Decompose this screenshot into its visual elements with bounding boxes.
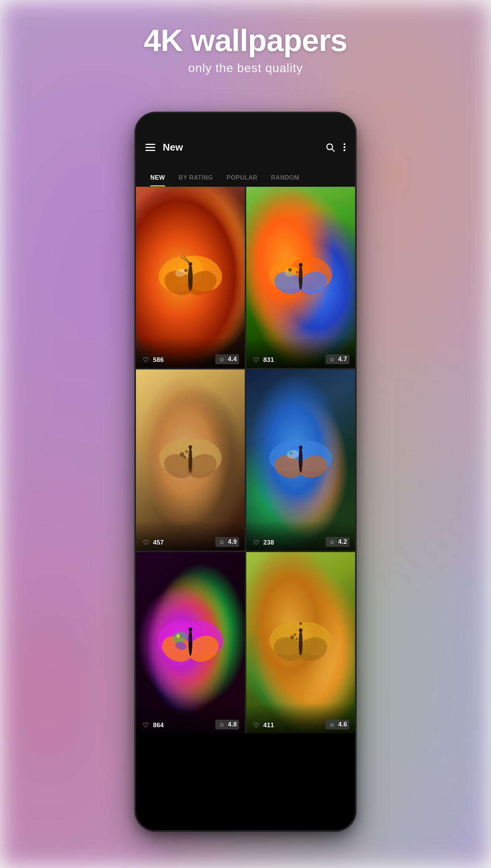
butterfly-decoration-2 [262, 214, 339, 341]
svg-point-42 [175, 615, 228, 661]
svg-point-14 [184, 269, 187, 272]
svg-point-51 [286, 617, 336, 660]
wallpaper-item-4[interactable]: ♡ 238 ☆ 4.2 [246, 369, 355, 551]
svg-point-7 [160, 266, 198, 300]
svg-point-26 [161, 450, 197, 482]
svg-point-54 [290, 636, 294, 639]
svg-point-45 [188, 629, 192, 656]
star-icon-3: ☆ [218, 538, 226, 546]
svg-point-30 [183, 456, 186, 459]
like-count-4: 238 [263, 539, 274, 546]
butterfly-decoration-1 [152, 214, 229, 341]
svg-point-16 [287, 252, 336, 294]
app-bar-right [325, 142, 346, 152]
svg-point-19 [299, 265, 303, 290]
rating-6: ☆ 4.6 [326, 720, 349, 729]
wallpaper-item-5[interactable]: ♡ 864 ☆ 4.8 [136, 552, 245, 733]
heart-icon-1: ♡ [142, 356, 150, 364]
phone-frame: New [136, 113, 355, 830]
item-overlay-1: ♡ 586 ☆ 4.4 [136, 338, 245, 368]
svg-point-2 [344, 143, 346, 145]
svg-point-22 [288, 268, 292, 272]
svg-point-33 [266, 437, 313, 476]
rating-3: ☆ 4.9 [215, 537, 239, 547]
svg-line-12 [184, 255, 190, 264]
wallpaper-item-3[interactable]: ♡ 457 ☆ 4.9 [136, 369, 245, 551]
svg-point-47 [171, 630, 189, 645]
item-overlay-6: ♡ 411 ☆ 4.6 [246, 703, 355, 733]
main-title: 4K wallpapers [0, 23, 491, 58]
star-icon-6: ☆ [328, 720, 336, 729]
svg-point-32 [188, 445, 192, 449]
star-icon-2: ☆ [328, 355, 336, 363]
more-options-icon[interactable] [343, 142, 346, 152]
svg-point-20 [299, 263, 303, 267]
like-count-5: 864 [153, 722, 164, 729]
wallpaper-item-6[interactable]: ♡ 411 ☆ 4.6 [246, 552, 355, 733]
hamburger-icon[interactable] [145, 144, 155, 151]
svg-point-29 [185, 450, 188, 453]
tab-new[interactable]: NEW [144, 174, 172, 186]
svg-point-40 [290, 452, 293, 455]
wallpaper-item-2[interactable]: ♡ 831 ☆ 4.7 [246, 187, 355, 368]
svg-line-11 [181, 257, 190, 264]
heart-icon-5: ♡ [142, 721, 150, 729]
svg-point-18 [296, 268, 330, 298]
sub-title: only the best quality [0, 61, 491, 75]
rating-num-2: 4.7 [338, 356, 347, 363]
app-bar: New [136, 132, 355, 162]
svg-point-5 [153, 250, 208, 298]
svg-point-59 [300, 623, 302, 625]
like-count-3: 457 [153, 539, 164, 546]
svg-point-50 [266, 617, 315, 660]
svg-point-21 [284, 266, 299, 277]
svg-point-8 [183, 266, 221, 300]
svg-point-25 [175, 433, 226, 477]
svg-point-43 [158, 631, 197, 666]
rating-5: ☆ 4.8 [215, 720, 239, 729]
item-stats-left-1: ♡ 586 [142, 356, 164, 364]
star-icon-1: ☆ [218, 355, 226, 363]
svg-point-58 [299, 628, 303, 632]
search-icon[interactable] [325, 142, 335, 152]
svg-point-15 [266, 252, 314, 294]
svg-point-57 [299, 630, 303, 656]
heart-icon-6: ♡ [252, 721, 260, 729]
status-bar [136, 113, 355, 132]
svg-point-13 [174, 268, 187, 278]
svg-point-49 [176, 634, 180, 638]
rating-num-4: 4.2 [338, 538, 347, 546]
svg-point-55 [293, 633, 296, 636]
svg-point-4 [344, 149, 346, 151]
svg-point-23 [296, 271, 298, 273]
heart-icon-4: ♡ [252, 539, 260, 547]
tab-popular[interactable]: POPULAR [220, 174, 264, 186]
butterfly-decoration-5 [152, 579, 229, 706]
svg-point-39 [286, 449, 300, 459]
svg-point-38 [299, 446, 303, 449]
tab-bar: NEW BY RATING POPULAR RANDOM [136, 162, 355, 187]
header-section: 4K wallpapers only the best quality [0, 23, 491, 75]
item-stats-left-3: ♡ 457 [142, 539, 164, 547]
svg-point-28 [180, 452, 184, 457]
rating-num-6: 4.6 [338, 721, 347, 728]
svg-line-1 [332, 149, 334, 151]
tab-random[interactable]: RANDOM [264, 174, 306, 186]
item-stats-left-4: ♡ 238 [252, 539, 274, 547]
butterfly-decoration-4 [262, 397, 339, 523]
wallpaper-grid: ♡ 586 ☆ 4.4 [136, 187, 355, 733]
svg-point-17 [271, 268, 306, 298]
heart-icon-2: ♡ [252, 356, 260, 364]
svg-point-36 [296, 452, 330, 481]
rating-1: ☆ 4.4 [215, 354, 239, 364]
tab-by-rating[interactable]: BY RATING [172, 174, 220, 186]
item-stats-left-2: ♡ 831 [252, 356, 274, 364]
item-overlay-2: ♡ 831 ☆ 4.7 [246, 338, 355, 368]
wallpaper-item-1[interactable]: ♡ 586 ☆ 4.4 [136, 187, 245, 368]
butterfly-decoration-6 [262, 579, 339, 706]
svg-point-6 [173, 250, 227, 298]
phone-screen: New [136, 113, 355, 830]
svg-point-31 [188, 447, 192, 473]
svg-point-48 [174, 640, 187, 651]
rating-num-5: 4.8 [228, 721, 237, 728]
